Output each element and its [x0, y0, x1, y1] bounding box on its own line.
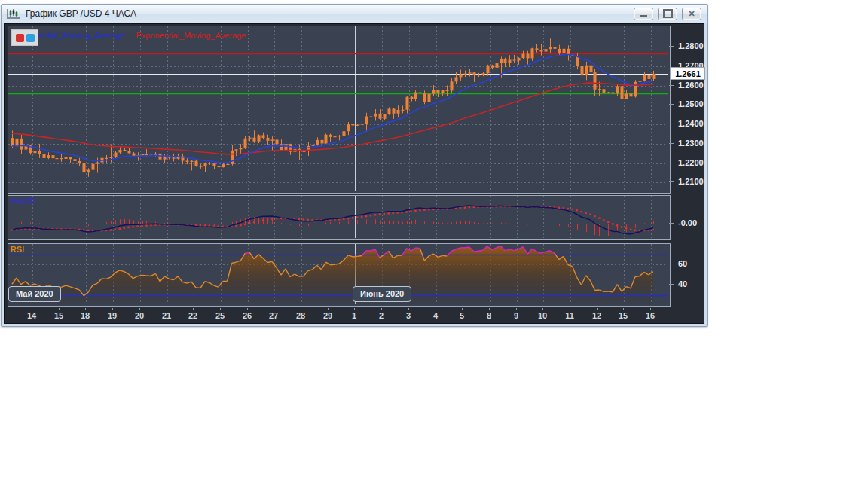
price-axis-label: 1.2600: [678, 81, 704, 90]
time-axis-tick: [408, 308, 409, 310]
blue-swatch-icon: [26, 34, 35, 42]
time-axis-tick: [59, 308, 60, 310]
time-axis-label: 14: [27, 311, 36, 320]
time-axis-tick: [597, 308, 598, 310]
time-axis-tick: [328, 308, 329, 310]
time-axis-tick: [489, 308, 490, 310]
minimize-button[interactable]: [634, 8, 653, 20]
time-axis-tick: [542, 308, 543, 310]
minimize-icon: [640, 15, 647, 17]
rsi-axis-label: 40: [678, 279, 687, 288]
chart-window: График GBP /USD 4 ЧАСА ✕ ential_Moving_A…: [1, 4, 708, 327]
time-axis-label: 2: [379, 311, 384, 320]
rsi-axis-label: 60: [678, 259, 687, 268]
price-axis-tick: [669, 85, 674, 86]
time-axis-tick: [85, 308, 86, 310]
price-axis-tick: [669, 124, 674, 124]
macd-canvas[interactable]: [8, 196, 668, 238]
maximize-button[interactable]: [658, 8, 677, 20]
price-axis-label: 1.2200: [678, 158, 704, 167]
time-axis-tick: [516, 308, 517, 310]
rsi-axis-tick: [669, 284, 674, 285]
window-title: График GBP /USD 4 ЧАСА: [26, 8, 629, 19]
candlestick-chart-icon: [7, 8, 20, 20]
time-axis-tick: [623, 308, 624, 310]
rsi-canvas[interactable]: [8, 244, 668, 304]
legend-swatch-box: [11, 29, 38, 46]
title-bar[interactable]: График GBP /USD 4 ЧАСА ✕: [2, 5, 707, 23]
red-swatch-icon: [16, 34, 24, 42]
time-axis-label: 21: [162, 311, 171, 320]
time-axis-label: 25: [215, 311, 225, 320]
time-axis-label: 27: [269, 311, 278, 320]
time-axis-label: 9: [514, 311, 518, 320]
price-axis-label: 1.2800: [678, 41, 704, 50]
time-axis-label: 12: [592, 311, 601, 320]
price-axis-tick: [669, 143, 674, 144]
time-axis-label: 4: [433, 311, 438, 320]
time-axis-label: 15: [619, 311, 628, 320]
rsi-panel: RSI: [8, 243, 671, 307]
macd-panel: MACD: [8, 195, 671, 240]
time-axis-label: 3: [406, 311, 411, 320]
month-label-may: Май 2020: [8, 286, 61, 302]
time-axis-label: 5: [460, 311, 464, 320]
time-axis-label: 15: [54, 311, 63, 320]
time-axis-label: 1: [352, 311, 356, 320]
time-axis-tick: [139, 308, 140, 310]
price-axis-label: 1.2100: [678, 177, 704, 186]
time-axis-label: 29: [323, 311, 332, 320]
time-axis-tick: [650, 308, 651, 310]
price-axis-label: 1.2300: [678, 139, 704, 148]
time-axis-label: 10: [538, 311, 547, 320]
close-icon: ✕: [688, 10, 695, 18]
time-axis-label: 8: [487, 311, 491, 320]
price-axis-label: 1.2400: [678, 119, 704, 128]
chart-client-area: ential_Moving_Average Exponential_Moving…: [4, 23, 704, 324]
price-axis-tick: [669, 163, 674, 163]
price-axis-tick: [669, 181, 674, 182]
price-axis-tick: [669, 104, 674, 105]
price-chart-canvas[interactable]: [8, 26, 668, 191]
time-axis-tick: [247, 308, 248, 310]
time-axis-label: 18: [81, 311, 90, 320]
price-axis-tick: [669, 46, 674, 47]
time-axis-label: 20: [135, 311, 144, 320]
time-axis-tick: [570, 308, 570, 310]
price-axis-label: 1.2500: [678, 99, 704, 108]
close-button[interactable]: ✕: [682, 8, 701, 20]
price-panel: ential_Moving_Average Exponential_Moving…: [8, 26, 671, 194]
time-axis-tick: [274, 308, 274, 310]
time-axis-tick: [462, 308, 463, 310]
time-axis-tick: [193, 308, 194, 310]
price-axis-tick: [669, 66, 674, 66]
time-axis-label: 28: [296, 311, 305, 320]
time-axis: 1415181920212225262728291234589101112151…: [8, 308, 669, 322]
month-label-june: Июнь 2020: [353, 286, 411, 302]
rsi-axis-tick: [669, 264, 674, 264]
time-axis-label: 22: [188, 311, 197, 320]
time-axis-label: 11: [565, 311, 574, 320]
rsi-panel-label: RSI: [11, 245, 24, 254]
time-axis-tick: [32, 308, 32, 310]
current-price-tag: 1.2661: [671, 67, 705, 80]
macd-panel-label: MACD: [11, 197, 35, 206]
time-axis-label: 19: [108, 311, 117, 320]
time-axis-label: 16: [646, 311, 655, 320]
maximize-icon: [663, 9, 673, 18]
time-axis-tick: [381, 308, 382, 310]
time-axis-tick: [167, 308, 167, 310]
time-axis-tick: [112, 308, 113, 310]
legend-ema-fast-label: ential_Moving_Average: [38, 31, 125, 40]
macd-value-label: -0.00: [678, 218, 697, 227]
legend-ema-slow-label: Exponential_Moving_Average: [136, 31, 246, 40]
time-axis-label: 26: [243, 311, 252, 320]
macd-axis-tick: [669, 223, 674, 224]
time-axis-tick: [301, 308, 301, 310]
time-axis-tick: [354, 308, 355, 310]
time-axis-tick: [220, 308, 221, 310]
time-axis-tick: [436, 308, 436, 310]
